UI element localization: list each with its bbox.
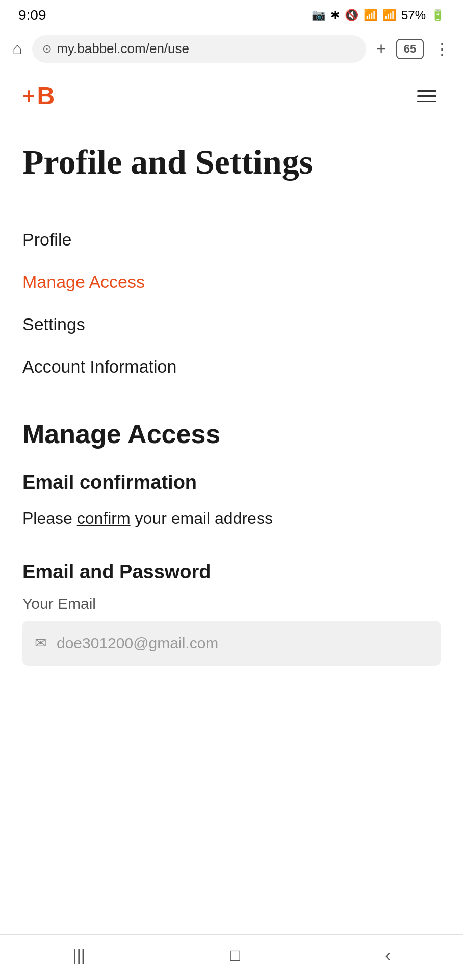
divider — [22, 200, 441, 200]
back-icon: ‹ — [385, 946, 391, 965]
battery-icon: 🔋 — [431, 9, 445, 22]
signal-icon: 📶 — [382, 9, 396, 22]
email-confirmation-text: Please confirm your email address — [22, 506, 441, 530]
email-confirmation-post-text: your email address — [135, 509, 273, 527]
email-confirmation-block: Email confirmation Please confirm your e… — [22, 472, 441, 530]
browser-bar: ⌂ ⊙ my.babbel.com/en/use + 65 ⋮ — [0, 29, 463, 69]
status-bar: 9:09 📷 ✱ 🔇 📶 📶 57% 🔋 — [0, 0, 463, 29]
status-icons: 📷 ✱ 🔇 📶 📶 57% 🔋 — [312, 8, 445, 22]
manage-access-heading: Manage Access — [22, 419, 441, 449]
hamburger-menu-button[interactable] — [413, 86, 441, 106]
main-content: Profile and Settings Profile Manage Acce… — [0, 122, 463, 934]
email-password-section: Email and Password Your Email ✉ doe30120… — [22, 561, 441, 666]
bottom-navigation: ||| □ ‹ — [0, 934, 463, 980]
browser-url-bar[interactable]: ⊙ my.babbel.com/en/use — [32, 35, 366, 63]
mute-icon: 🔇 — [345, 9, 358, 22]
bluetooth-icon: ✱ — [330, 9, 340, 22]
page-title: Profile and Settings — [22, 143, 441, 181]
hamburger-line-3 — [417, 101, 436, 102]
nav-item-manage-access[interactable]: Manage Access — [22, 261, 441, 303]
email-envelope-icon: ✉ — [35, 634, 46, 651]
camera-icon: 📷 — [312, 9, 325, 22]
email-password-title: Email and Password — [22, 561, 441, 583]
browser-url-text: my.babbel.com/en/use — [57, 41, 189, 57]
email-field-label: Your Email — [22, 595, 441, 612]
home-icon: □ — [230, 946, 240, 965]
battery-percent: 57% — [401, 8, 426, 22]
nav-item-profile[interactable]: Profile — [22, 218, 441, 261]
app-logo: + B — [22, 84, 55, 108]
hamburger-line-1 — [417, 90, 436, 92]
recent-apps-icon: ||| — [72, 946, 85, 965]
app-header: + B — [0, 69, 463, 122]
browser-url-icon: ⊙ — [42, 42, 52, 56]
home-button[interactable]: □ — [210, 941, 260, 970]
status-time: 9:09 — [18, 7, 46, 23]
browser-more-button[interactable]: ⋮ — [434, 39, 451, 59]
nav-links: Profile Manage Access Settings Account I… — [22, 218, 441, 388]
hamburger-line-2 — [417, 95, 436, 97]
logo-plus: + — [22, 85, 35, 107]
email-input-field[interactable]: ✉ doe301200@gmail.com — [22, 621, 441, 666]
recent-apps-button[interactable]: ||| — [52, 941, 106, 970]
nav-item-account-information[interactable]: Account Information — [22, 346, 441, 388]
manage-access-section: Manage Access Email confirmation Please … — [22, 419, 441, 666]
browser-add-tab-button[interactable]: + — [376, 39, 386, 58]
email-confirmation-title: Email confirmation — [22, 472, 441, 494]
email-confirmation-link[interactable]: confirm — [77, 509, 131, 527]
browser-home-icon[interactable]: ⌂ — [12, 39, 22, 58]
email-confirmation-pre-text: Please — [22, 509, 72, 527]
browser-tabs-button[interactable]: 65 — [396, 39, 424, 59]
wifi-icon: 📶 — [364, 9, 377, 22]
email-input-value: doe301200@gmail.com — [57, 634, 218, 652]
back-button[interactable]: ‹ — [365, 941, 411, 970]
logo-b: B — [37, 84, 55, 108]
nav-item-settings[interactable]: Settings — [22, 303, 441, 346]
